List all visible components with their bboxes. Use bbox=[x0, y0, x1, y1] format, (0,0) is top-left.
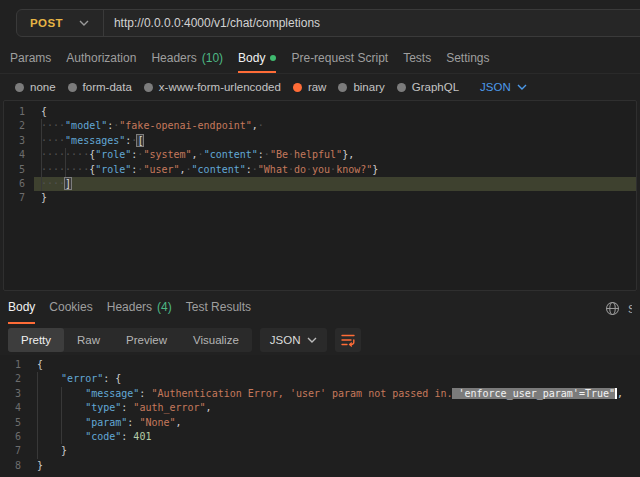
radio-x-www-form-urlencoded[interactable]: x-www-form-urlencoded bbox=[144, 81, 281, 93]
url-field: POST http://0.0.0.0:4000/v1/chat/complet… bbox=[16, 9, 640, 37]
request-tabs: Params Authorization Headers(10) Body Pr… bbox=[0, 45, 640, 74]
line-number: 1 bbox=[4, 105, 34, 119]
line-number: 5 bbox=[4, 163, 34, 177]
line-number: 6 bbox=[4, 177, 34, 191]
line-number: 5 bbox=[0, 416, 30, 430]
response-tabs: Body Cookies Headers(4) Test Results S bbox=[0, 293, 640, 324]
code-line: 7} bbox=[4, 191, 636, 205]
radio-icon bbox=[68, 83, 77, 92]
code-line: 6 "code": 401 bbox=[0, 430, 640, 444]
line-number: 6 bbox=[0, 430, 30, 444]
response-tab-cookies[interactable]: Cookies bbox=[49, 293, 92, 324]
line-number: 2 bbox=[4, 119, 34, 133]
code-line: 5 "param": "None", bbox=[0, 416, 640, 430]
radio-form-data[interactable]: form-data bbox=[68, 81, 132, 93]
wrap-text-button[interactable] bbox=[335, 328, 361, 352]
line-number: 2 bbox=[0, 372, 30, 386]
raw-format-selector[interactable]: JSON bbox=[480, 81, 527, 93]
response-tab-test-results[interactable]: Test Results bbox=[186, 293, 251, 324]
method-chevron-down-icon bbox=[79, 20, 89, 26]
globe-icon[interactable] bbox=[605, 301, 620, 316]
response-tab-headers[interactable]: Headers(4) bbox=[107, 293, 172, 324]
indent-guide bbox=[65, 148, 66, 177]
code-line: 8} bbox=[0, 459, 640, 473]
line-number: 3 bbox=[4, 134, 34, 148]
indent-guide bbox=[41, 119, 42, 191]
code-line: 4 "type": "auth_error", bbox=[0, 401, 640, 415]
view-raw[interactable]: Raw bbox=[64, 328, 113, 352]
headers-count: (10) bbox=[202, 51, 223, 65]
tab-authorization[interactable]: Authorization bbox=[66, 45, 136, 73]
view-preview[interactable]: Preview bbox=[113, 328, 180, 352]
tab-params[interactable]: Params bbox=[10, 45, 51, 73]
code-line: 1{ bbox=[4, 105, 636, 119]
radio-selected-icon bbox=[293, 83, 302, 92]
code-line: 2 "error": { bbox=[0, 372, 640, 386]
radio-icon bbox=[144, 83, 153, 92]
line-number: 4 bbox=[0, 401, 30, 415]
response-view-switcher: Pretty Raw Preview Visualize bbox=[8, 328, 252, 352]
body-type-row: none form-data x-www-form-urlencoded raw… bbox=[0, 74, 640, 100]
response-format-selector[interactable]: JSON bbox=[260, 328, 328, 352]
response-view-row: Pretty Raw Preview Visualize JSON bbox=[0, 324, 640, 355]
line-number: 7 bbox=[4, 191, 34, 205]
radio-none[interactable]: none bbox=[15, 81, 56, 93]
code-line: 2····"model":·"fake-openai-endpoint",· bbox=[4, 119, 636, 133]
code-line: 1{ bbox=[0, 358, 640, 372]
line-number: 1 bbox=[0, 358, 30, 372]
view-visualize[interactable]: Visualize bbox=[180, 328, 252, 352]
line-number: 8 bbox=[0, 459, 30, 473]
method-label: POST bbox=[30, 17, 63, 29]
code-line: 3 "message": "Authentication Error, 'use… bbox=[0, 387, 640, 401]
code-line: 7 } bbox=[0, 444, 640, 458]
indent-guide bbox=[37, 372, 38, 458]
radio-icon bbox=[397, 83, 406, 92]
response-body-viewer[interactable]: 1{2 "error": {3 "message": "Authenticati… bbox=[0, 355, 640, 477]
radio-icon bbox=[338, 83, 347, 92]
code-line: 6····] bbox=[4, 177, 636, 191]
method-selector[interactable]: POST bbox=[17, 17, 103, 29]
tab-body[interactable]: Body bbox=[238, 45, 276, 73]
url-input[interactable]: http://0.0.0.0:4000/v1/chat/completions bbox=[104, 16, 320, 30]
body-modified-dot-icon bbox=[270, 55, 276, 61]
radio-icon bbox=[15, 83, 24, 92]
format-chevron-down-icon bbox=[517, 84, 527, 90]
tab-settings[interactable]: Settings bbox=[446, 45, 489, 73]
response-tab-body[interactable]: Body bbox=[8, 293, 35, 324]
line-number: 7 bbox=[0, 444, 30, 458]
code-line: 3····"messages":·[ bbox=[4, 134, 636, 148]
code-line: 4········{"role":·"system",·"content":·"… bbox=[4, 148, 636, 162]
request-url-bar: POST http://0.0.0.0:4000/v1/chat/complet… bbox=[0, 0, 640, 45]
tab-tests[interactable]: Tests bbox=[403, 45, 431, 73]
tab-headers[interactable]: Headers(10) bbox=[151, 45, 223, 73]
line-number: 4 bbox=[4, 148, 34, 162]
indent-guide bbox=[61, 387, 62, 445]
radio-raw[interactable]: raw bbox=[293, 81, 327, 93]
line-number: 3 bbox=[0, 387, 30, 401]
view-pretty[interactable]: Pretty bbox=[8, 328, 64, 352]
response-format-chevron-icon bbox=[307, 337, 317, 343]
response-headers-count: (4) bbox=[157, 300, 172, 314]
status-text-clipped: S bbox=[628, 303, 632, 315]
radio-binary[interactable]: binary bbox=[338, 81, 384, 93]
tab-pre-request-script[interactable]: Pre-request Script bbox=[291, 45, 388, 73]
radio-graphql[interactable]: GraphQL bbox=[397, 81, 459, 93]
response-meta: S bbox=[605, 293, 632, 324]
wrap-text-icon bbox=[340, 332, 356, 348]
code-line: 5········{"role":·"user",·"content":·"Wh… bbox=[4, 163, 636, 177]
request-body-editor[interactable]: 1{2····"model":·"fake-openai-endpoint",·… bbox=[3, 100, 637, 291]
